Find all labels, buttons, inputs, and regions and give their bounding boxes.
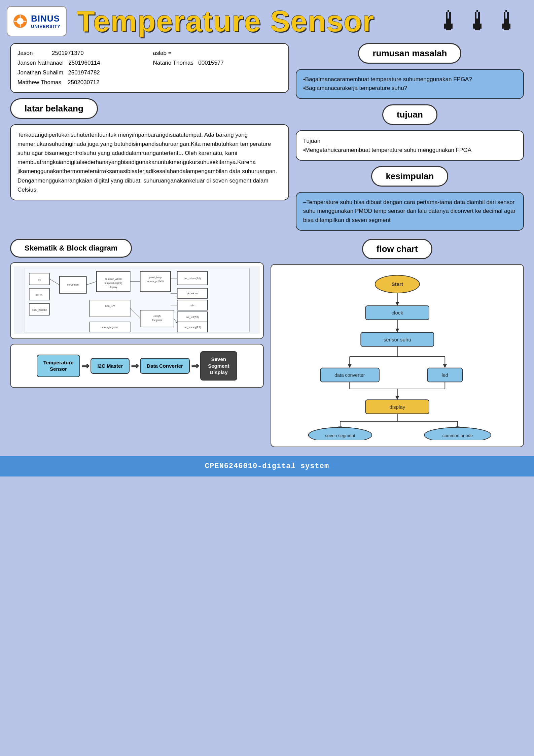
svg-text:common anode: common anode xyxy=(442,433,473,438)
team-info-box: Jason 2501971370 Jansen Nathanael 250196… xyxy=(10,43,289,93)
schematic-area: clk clk_in clock_200mhz conversion commo… xyxy=(10,262,264,339)
skematik-label: Skematik & Block diagram xyxy=(10,239,132,258)
svg-text:Start: Start xyxy=(391,281,403,287)
svg-marker-60 xyxy=(443,364,447,368)
svg-text:clk: clk xyxy=(38,278,41,281)
block-seven-segment: SevenSegmentDisplay xyxy=(200,351,237,381)
schematic-svg: clk clk_in clock_200mhz conversion commo… xyxy=(14,266,260,334)
logo-text: BINUS UNIVERSITY xyxy=(31,13,61,29)
svg-text:conversion: conversion xyxy=(67,284,79,286)
latar-belakang-content: Terkadangdiperlukansuhutertentuuntuk men… xyxy=(10,124,289,200)
thermometer-icons: 🌡 🌡 🌡 xyxy=(436,8,524,35)
main-content: Jason 2501971370 Jansen Nathanael 250196… xyxy=(0,40,534,234)
header-title: Temperature Sensor xyxy=(67,6,436,36)
flowchart-svg: Start clock sensor suhu xyxy=(278,271,517,440)
svg-text:comp5: comp5 xyxy=(153,315,161,318)
bottom-right: flow chart Start clock sensor suhu xyxy=(271,239,524,447)
svg-marker-48 xyxy=(395,302,399,306)
logo-box: BINUS UNIVERSITY xyxy=(7,6,67,36)
svg-text:display: display xyxy=(389,404,405,410)
rumusan-masalah-content: •Bagaimanacaramembuat temperature suhume… xyxy=(296,69,524,99)
block-diagram-row: TemperatureSensor ⇒ I2C Master ⇒ Data Co… xyxy=(14,348,260,384)
right-column: rumusan masalah •Bagaimanacaramembuat te… xyxy=(296,43,524,231)
svg-text:clk_in: clk_in xyxy=(36,294,42,296)
bottom-left: Skematik & Block diagram clk clk_in cloc… xyxy=(10,239,264,447)
left-column: Jason 2501971370 Jansen Nathanael 250196… xyxy=(10,43,289,231)
svg-text:seven segment: seven segment xyxy=(325,433,355,438)
svg-text:out_led(7:0): out_led(7:0) xyxy=(186,316,199,319)
info-row: Jason 2501971370 Jansen Nathanael 250196… xyxy=(17,48,282,88)
svg-text:sensor suhu: sensor suhu xyxy=(383,337,411,342)
svg-text:data converter: data converter xyxy=(334,372,365,378)
tujuan-text: Tujuan•Mengetahuicaramembuat temperature… xyxy=(303,138,471,153)
svg-text:clk_ark_en: clk_ark_en xyxy=(187,292,198,295)
info-aslab: aslab = Natario Thomas 00015577 xyxy=(153,48,281,88)
thermometer-icon-2: 🌡 xyxy=(465,8,492,35)
block-temperature-sensor: TemperatureSensor xyxy=(37,355,80,377)
logo-university: UNIVERSITY xyxy=(31,24,61,29)
svg-text:temperature(7:0): temperature(7:0) xyxy=(105,282,122,285)
header: BINUS UNIVERSITY Temperature Sensor 🌡 🌡 … xyxy=(0,0,534,40)
svg-rect-32 xyxy=(140,310,174,327)
svg-text:sda: sda xyxy=(190,304,194,306)
aslab-label: aslab = xyxy=(153,48,281,58)
svg-marker-58 xyxy=(348,364,351,368)
member-3: Jonathan Suhalim 2501974782 xyxy=(17,68,146,78)
svg-text:out_celsius(7:0): out_celsius(7:0) xyxy=(184,277,201,280)
latar-belakang-label: latar belakang xyxy=(10,98,98,119)
arrow-3: ⇒ xyxy=(191,360,199,371)
member-4: Matthew Thomas 2502030712 xyxy=(17,78,146,88)
flowchart-area: Start clock sensor suhu xyxy=(271,264,524,447)
svg-rect-13 xyxy=(97,271,130,292)
svg-text:display: display xyxy=(110,286,117,289)
aslab-info: Natario Thomas 00015577 xyxy=(153,58,281,68)
thermometer-icon-1: 🌡 xyxy=(436,8,463,35)
rumusan-masalah-label: rumusan masalah xyxy=(358,43,461,64)
arrow-2: ⇒ xyxy=(131,360,139,371)
svg-marker-68 xyxy=(395,396,399,400)
svg-rect-28 xyxy=(90,300,130,317)
svg-text:out_sevseg(7:0): out_sevseg(7:0) xyxy=(184,326,201,329)
page-title: Temperature Sensor xyxy=(77,6,436,36)
bottom-section: Skematik & Block diagram clk clk_in cloc… xyxy=(0,235,534,451)
svg-text:clock_200mhz: clock_200mhz xyxy=(32,309,47,311)
svg-marker-52 xyxy=(395,329,399,332)
block-i2c-master: I2C Master xyxy=(91,358,130,374)
kesimpulan-label: kesimpulan xyxy=(371,166,448,187)
svg-text:seven_segment: seven_segment xyxy=(102,326,118,329)
info-names: Jason 2501971370 Jansen Nathanael 250196… xyxy=(17,48,146,88)
kesimpulan-content: –Temperature suhu bisa dibuat dengan car… xyxy=(296,192,524,231)
svg-text:pmod_temp: pmod_temp xyxy=(149,276,162,279)
footer: CPEN6246010-digital system xyxy=(0,456,534,476)
binus-logo-icon xyxy=(13,14,28,29)
svg-rect-4 xyxy=(24,268,250,332)
tujuan-label: tujuan xyxy=(382,104,437,125)
flow-chart-label: flow chart xyxy=(362,239,432,259)
svg-text:sensor_pcf7k20: sensor_pcf7k20 xyxy=(147,280,164,283)
logo-binus: BINUS xyxy=(31,13,61,24)
thermometer-icon-3: 🌡 xyxy=(494,8,521,35)
svg-text:KTB_INV: KTB_INV xyxy=(105,305,115,307)
rumusan-masalah-text: •Bagaimanacaramembuat temperature suhume… xyxy=(303,76,472,91)
member-2: Jansen Nathanael 2501960114 xyxy=(17,58,146,68)
svg-text:led: led xyxy=(441,372,448,378)
arrow-1: ⇒ xyxy=(81,360,89,371)
kesimpulan-text: –Temperature suhu bisa dibuat dengan car… xyxy=(303,199,515,223)
block-data-converter: Data Converter xyxy=(140,358,190,374)
footer-text: CPEN6246010-digital system xyxy=(205,462,329,470)
svg-text:clock: clock xyxy=(391,310,403,316)
block-diagram-area: TemperatureSensor ⇒ I2C Master ⇒ Data Co… xyxy=(10,344,264,388)
member-1: Jason 2501971370 xyxy=(17,48,146,58)
svg-text:common_ADC8: common_ADC8 xyxy=(105,278,122,281)
svg-text:7segment: 7segment xyxy=(152,319,162,322)
tujuan-content: Tujuan•Mengetahuicaramembuat temperature… xyxy=(296,130,524,161)
